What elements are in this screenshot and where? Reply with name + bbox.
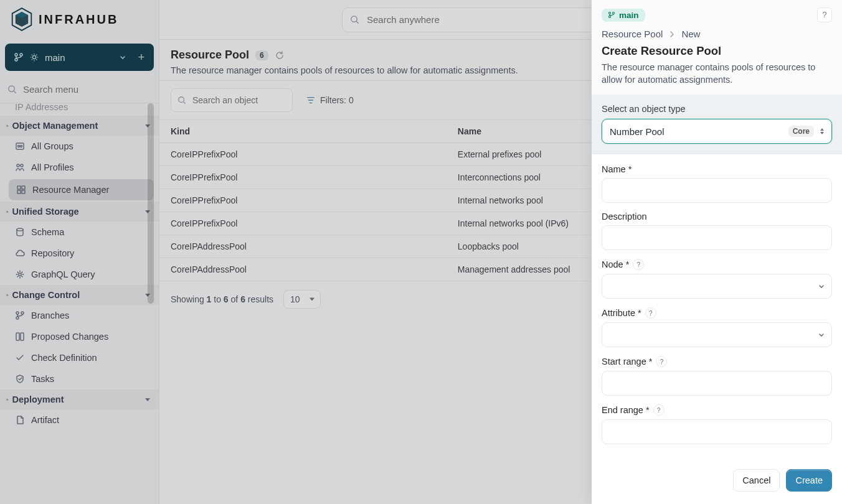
label-description: Description	[602, 212, 647, 222]
label-node: Node *	[602, 259, 629, 269]
drawer-header: main ? Resource Pool New Create Resource…	[592, 0, 842, 95]
svg-point-26	[609, 12, 611, 14]
svg-point-28	[609, 16, 611, 18]
chevron-down-icon	[818, 282, 825, 290]
create-button[interactable]: Create	[786, 469, 832, 492]
start-range-field[interactable]	[602, 371, 832, 396]
label-start: Start range *	[602, 357, 652, 366]
object-type-band: Select an object type Number Pool Core	[592, 95, 842, 154]
label-end: End range *	[602, 405, 650, 415]
end-range-field[interactable]	[602, 419, 832, 444]
sort-icon	[818, 128, 826, 134]
breadcrumb: Resource Pool New	[602, 29, 832, 39]
label-name: Name *	[602, 164, 632, 174]
crumb-leaf: New	[681, 29, 700, 39]
branch-chip-label: main	[619, 11, 639, 20]
crumb-root[interactable]: Resource Pool	[602, 29, 663, 39]
object-type-badge: Core	[788, 126, 814, 137]
object-type-label: Select an object type	[602, 104, 832, 114]
node-select[interactable]	[602, 274, 832, 299]
drawer-footer: Cancel Create	[592, 463, 842, 504]
chevron-right-icon	[669, 31, 675, 37]
cancel-button[interactable]: Cancel	[733, 469, 780, 492]
attribute-select[interactable]	[602, 322, 832, 347]
chevron-down-icon	[818, 331, 825, 338]
object-type-select[interactable]: Number Pool Core	[602, 119, 832, 144]
name-field[interactable]	[602, 178, 832, 203]
branch-icon	[608, 11, 615, 19]
object-type-value: Number Pool	[610, 126, 788, 137]
create-form: Name * Description Node * ?	[592, 154, 842, 463]
help-icon[interactable]: ?	[656, 356, 667, 367]
svg-point-27	[613, 12, 615, 14]
help-icon[interactable]: ?	[653, 404, 665, 416]
help-icon[interactable]: ?	[645, 307, 656, 319]
help-icon[interactable]: ?	[633, 259, 644, 270]
label-attribute: Attribute *	[602, 308, 641, 318]
drawer-title: Create Resource Pool	[602, 44, 832, 58]
drawer-description: The resource manager contains pools of r…	[602, 62, 832, 86]
help-button[interactable]: ?	[817, 7, 832, 22]
description-field[interactable]	[602, 225, 832, 250]
create-drawer: main ? Resource Pool New Create Resource…	[592, 0, 842, 504]
branch-chip[interactable]: main	[602, 9, 645, 22]
